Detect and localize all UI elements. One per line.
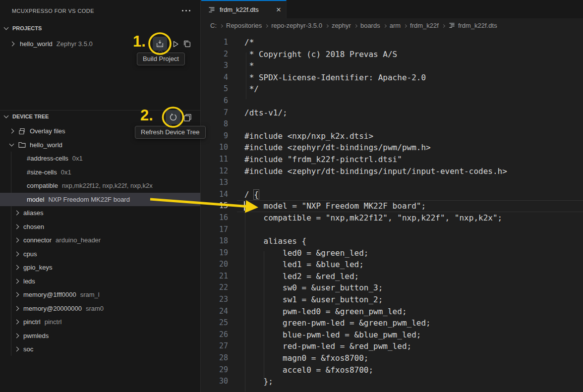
tree-item-gpio-keys[interactable]: gpio_keys: [0, 261, 200, 275]
chevron-down-icon[interactable]: [4, 25, 9, 30]
tree-item-memory-20000000[interactable]: memory@20000000sram0: [0, 302, 200, 316]
breadcrumb-item[interactable]: arm: [390, 22, 401, 29]
tree-item-hello-world[interactable]: hello_world: [0, 138, 200, 152]
code-line-12[interactable]: 12#include <zephyr/dt-bindings/input/inp…: [201, 166, 583, 177]
refresh-device-tree-button[interactable]: [166, 110, 180, 124]
line-number: 7: [201, 107, 237, 119]
chevron-right-icon[interactable]: [9, 129, 14, 134]
code-text: green-pwm-led = &green_pwm_led;: [237, 317, 431, 329]
code-line-6[interactable]: 6: [201, 95, 583, 107]
bracket-match: {: [254, 190, 259, 199]
breadcrumb-item[interactable]: repo-zephyr-3.5.0: [271, 22, 322, 29]
tab-title: frdm_k22f.dts: [220, 6, 259, 13]
chevron-right-icon[interactable]: [14, 306, 19, 311]
code-line-20[interactable]: 20 led1 = &blue_led;: [201, 259, 583, 271]
code-line-28[interactable]: 28 magn0 = &fxos8700;: [201, 352, 583, 364]
chevron-right-icon[interactable]: [14, 333, 19, 338]
breadcrumb: C:Repositoriesrepo-zephyr-3.5.0zephyrboa…: [201, 18, 583, 33]
code-line-21[interactable]: 21 led2 = &red_led;: [201, 271, 583, 282]
close-icon[interactable]: ×: [276, 6, 281, 13]
tree-item-chosen[interactable]: chosen: [0, 220, 200, 234]
line-number: 6: [201, 95, 237, 107]
code-line-13[interactable]: 13: [201, 177, 583, 189]
code-text: led1 = &blue_led;: [237, 259, 364, 271]
chevron-right-icon[interactable]: [14, 211, 19, 216]
tree-item-label: cpus: [23, 250, 37, 258]
tree-item-pwmleds[interactable]: pwmleds: [0, 329, 200, 343]
breadcrumb-item[interactable]: C:: [210, 22, 217, 29]
line-number: 3: [201, 60, 237, 72]
breadcrumb-item[interactable]: frdm_k22f: [410, 22, 439, 29]
code-line-14[interactable]: 14/ {: [201, 189, 583, 201]
chevron-right-icon[interactable]: [10, 41, 15, 46]
code-line-7[interactable]: 7/dts-v1/;: [201, 107, 583, 119]
tree-item-cpus[interactable]: cpus: [0, 247, 200, 261]
tree-item--size-cells[interactable]: #size-cells0x1: [0, 166, 200, 179]
run-project-button[interactable]: [171, 40, 179, 48]
open-window-button[interactable]: [183, 113, 192, 122]
tree-item-memory-1fff0000[interactable]: memory@1fff0000sram_l: [0, 288, 200, 302]
code-line-30[interactable]: 30 };: [201, 376, 583, 388]
chevron-right-icon[interactable]: [14, 238, 19, 243]
code-line-26[interactable]: 26 blue-pwm-led = &blue_pwm_led;: [201, 329, 583, 341]
breadcrumb-item-label: arm: [390, 22, 401, 29]
code-line-18[interactable]: 18 aliases {: [201, 235, 583, 247]
chevron-right-icon[interactable]: [14, 347, 19, 352]
breadcrumb-item[interactable]: boards: [360, 22, 380, 29]
chevron-right-icon[interactable]: [14, 224, 19, 229]
tree-item-description: nxp,mk22f12, nxp,k22f, nxp,k2x: [62, 182, 153, 189]
tree-item-model[interactable]: modelNXP Freedom MK22F board: [0, 193, 200, 207]
copy-button[interactable]: [182, 39, 191, 48]
breadcrumb-item[interactable]: zephyr: [332, 22, 351, 29]
code-line-2[interactable]: 2 * Copyright (c) 2018 Prevas A/S: [201, 49, 583, 60]
build-project-button[interactable]: [153, 37, 167, 51]
folder-icon: [18, 141, 26, 149]
code-line-9[interactable]: 9#include <nxp/nxp_k2x.dtsi>: [201, 130, 583, 142]
code-line-29[interactable]: 29 accel0 = &fxos8700;: [201, 364, 583, 376]
code-line-25[interactable]: 25 green-pwm-led = &green_pwm_led;: [201, 317, 583, 329]
line-number: 17: [201, 224, 237, 236]
code-line-19[interactable]: 19 led0 = &green_led;: [201, 247, 583, 259]
chevron-right-icon[interactable]: [14, 292, 19, 297]
more-actions-icon[interactable]: [182, 10, 190, 11]
breadcrumb-item[interactable]: frdm_k22f.dts: [448, 22, 497, 29]
chevron-right-icon[interactable]: [14, 320, 19, 325]
code-line-15[interactable]: 15 model = "NXP Freedom MK22F board";: [201, 200, 583, 212]
code-line-24[interactable]: 24 pwm-led0 = &green_pwm_led;: [201, 306, 583, 318]
code-line-1[interactable]: 1/*: [201, 37, 583, 49]
code-line-3[interactable]: 3 *: [201, 60, 583, 72]
tree-item-connector[interactable]: connectorarduino_header: [0, 233, 200, 247]
breadcrumb-item[interactable]: Repositories: [226, 22, 262, 29]
chevron-down-icon[interactable]: [9, 142, 14, 147]
breadcrumb-separator-icon: [354, 24, 357, 27]
chevron-right-icon[interactable]: [14, 251, 19, 256]
chevron-right-icon[interactable]: [14, 265, 19, 270]
tree-item-pinctrl[interactable]: pinctrlpinctrl: [0, 315, 200, 329]
tree-item-compatible[interactable]: compatiblenxp,mk22f12, nxp,k22f, nxp,k2x: [0, 179, 200, 193]
code-line-16[interactable]: 16 compatible = "nxp,mk22f12", "nxp,k22f…: [201, 212, 583, 224]
code-line-17[interactable]: 17: [201, 224, 583, 236]
chevron-right-icon[interactable]: [14, 279, 19, 283]
code-text: #include "frdm_k22f-pinctrl.dtsi": [237, 154, 402, 166]
code-line-22[interactable]: 22 sw0 = &user_button_3;: [201, 282, 583, 294]
code-line-4[interactable]: 4 * SPDX-License-Identifier: Apache-2.0: [201, 72, 583, 84]
code-line-5[interactable]: 5 */: [201, 83, 583, 95]
code-line-10[interactable]: 10#include <zephyr/dt-bindings/pwm/pwm.h…: [201, 142, 583, 154]
project-item-hello-world[interactable]: hello_world Zephyr 3.5.0: [0, 37, 200, 51]
text-cursor: [244, 201, 245, 211]
tree-item--address-cells[interactable]: #address-cells0x1: [0, 152, 200, 166]
tree-item-leds[interactable]: leds: [0, 275, 200, 288]
overlay-files-icon: [18, 127, 26, 135]
tree-item-soc[interactable]: soc: [0, 342, 200, 356]
tab-frdm-k22f-dts[interactable]: frdm_k22f.dts ×: [201, 0, 287, 18]
tree-item-label: soc: [23, 345, 33, 353]
code-line-8[interactable]: 8: [201, 118, 583, 130]
code-line-11[interactable]: 11#include "frdm_k22f-pinctrl.dtsi": [201, 154, 583, 166]
tree-item-aliases[interactable]: aliases: [0, 206, 200, 220]
code-line-27[interactable]: 27 red-pwm-led = &red_pwm_led;: [201, 340, 583, 352]
tree-item-description: 0x1: [61, 168, 71, 176]
chevron-down-icon[interactable]: [4, 113, 9, 118]
code-editor[interactable]: 1/*2 * Copyright (c) 2018 Prevas A/S3 *4…: [201, 33, 583, 392]
code-line-23[interactable]: 23 sw1 = &user_button_2;: [201, 294, 583, 306]
projects-section-header[interactable]: PROJECTS: [0, 23, 200, 34]
